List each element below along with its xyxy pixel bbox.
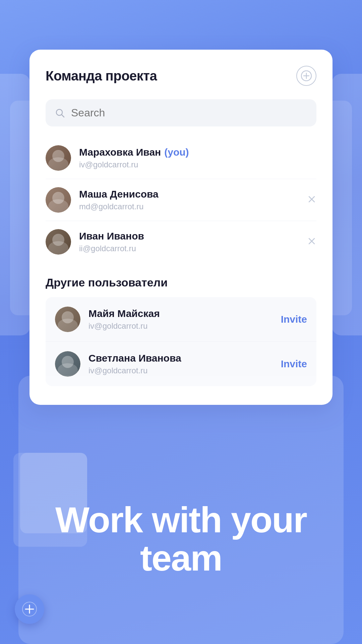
hero-text: Work with your team xyxy=(55,501,307,577)
card-header: Команда проекта xyxy=(46,66,316,86)
you-badge: (you) xyxy=(164,147,189,158)
member-name: Иван Иванов xyxy=(79,230,299,242)
avatar xyxy=(55,307,80,332)
plus-icon xyxy=(22,602,37,616)
member-name: Майя Майская xyxy=(88,308,273,319)
close-icon xyxy=(307,195,316,204)
table-row: Маша Денисова md@goldcarrot.ru xyxy=(46,179,316,221)
list-item: Майя Майская iv@goldcarrot.ru Invite xyxy=(46,297,316,342)
team-member-list: Мараховка Иван(you) iv@goldcarrot.ru Маш… xyxy=(46,137,316,263)
member-email: iv@goldcarrot.ru xyxy=(79,160,316,169)
avatar xyxy=(46,145,71,171)
add-member-button[interactable] xyxy=(296,66,316,86)
invite-button[interactable]: Invite xyxy=(281,314,307,325)
card-title: Команда проекта xyxy=(46,68,157,84)
member-info: Маша Денисова md@goldcarrot.ru xyxy=(79,189,299,211)
table-row: Иван Иванов ii@goldcarrot.ru xyxy=(46,221,316,263)
hero-title-line1: Work with your xyxy=(55,501,307,539)
remove-member-button[interactable] xyxy=(307,235,316,249)
member-info: Иван Иванов ii@goldcarrot.ru xyxy=(79,230,299,253)
search-input[interactable] xyxy=(71,107,307,119)
avatar xyxy=(46,187,71,213)
search-icon xyxy=(55,108,65,118)
member-name: Маша Денисова xyxy=(79,189,299,200)
remove-member-button[interactable] xyxy=(307,193,316,207)
member-email: ii@goldcarrot.ru xyxy=(79,244,299,253)
plus-circle-icon xyxy=(301,70,312,81)
member-info: Мараховка Иван(you) iv@goldcarrot.ru xyxy=(79,147,316,169)
other-users-title: Другие пользователи xyxy=(46,276,316,289)
member-name: Мараховка Иван(you) xyxy=(79,147,316,158)
member-email: iv@goldcarrot.ru xyxy=(88,321,273,331)
svg-line-4 xyxy=(62,114,64,117)
fab-add-button[interactable] xyxy=(15,594,44,624)
hero-title-line2: team xyxy=(55,539,307,577)
bottom-section: Work with your team xyxy=(0,342,362,644)
member-info: Майя Майская iv@goldcarrot.ru xyxy=(88,308,273,331)
member-email: md@goldcarrot.ru xyxy=(79,202,299,211)
search-box[interactable] xyxy=(46,99,316,126)
avatar xyxy=(46,229,71,255)
table-row: Мараховка Иван(you) iv@goldcarrot.ru xyxy=(46,137,316,179)
close-icon xyxy=(307,236,316,246)
